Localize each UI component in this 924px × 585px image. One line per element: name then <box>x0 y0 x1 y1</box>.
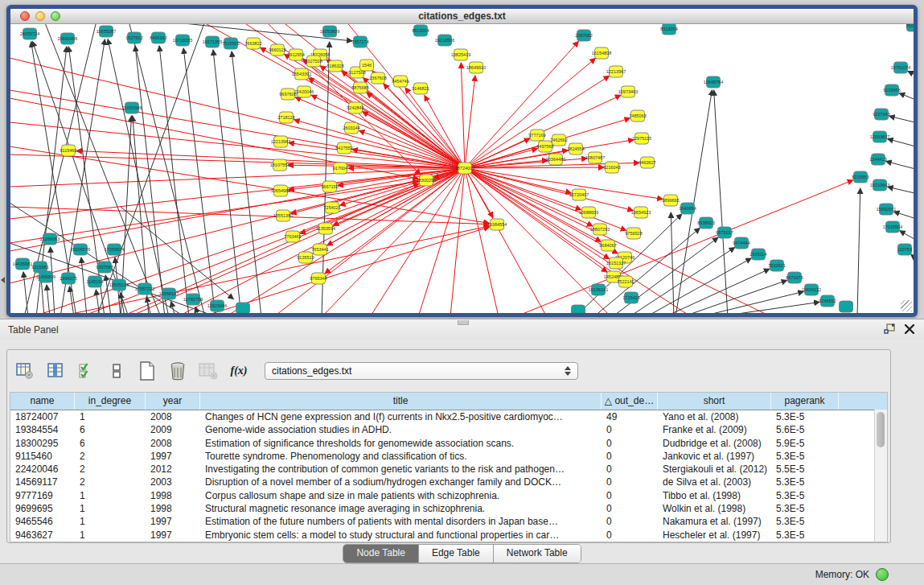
network-node[interactable]: 20206576 <box>71 244 90 255</box>
network-node[interactable]: 1244413 <box>869 154 886 165</box>
network-edge[interactable] <box>129 24 205 313</box>
network-edge[interactable] <box>47 285 50 313</box>
network-node[interactable]: 9777169 <box>528 130 545 141</box>
network-edge[interactable] <box>886 162 914 171</box>
new-table-icon[interactable] <box>136 359 158 383</box>
window-resize-grip[interactable] <box>901 300 912 311</box>
network-node[interactable]: 13505135 <box>109 279 129 290</box>
table-cell[interactable]: 9777169 <box>10 489 75 502</box>
citation-network-graph[interactable]: 1872400776638229660123991295418226058932… <box>10 24 914 313</box>
network-edge[interactable] <box>135 46 165 313</box>
network-node[interactable]: 1527602 <box>125 32 142 43</box>
network-edge[interactable] <box>322 168 465 313</box>
network-node[interactable]: 9135513 <box>297 252 314 263</box>
table-cell[interactable]: Tourette syndrome. Phenomenology and cla… <box>200 450 602 463</box>
column-header[interactable]: title <box>200 393 602 410</box>
network-node[interactable]: 7254021 <box>323 202 340 213</box>
table-cell[interactable]: 19384554 <box>10 423 75 436</box>
network-node[interactable]: 9697606 <box>279 89 296 100</box>
table-cell[interactable]: 5.3E-5 <box>771 529 839 542</box>
splitter-handle[interactable] <box>458 320 469 325</box>
network-edge[interactable] <box>450 168 465 313</box>
table-cell[interactable]: 2009 <box>146 423 200 436</box>
network-edge[interactable] <box>465 168 633 211</box>
network-edge[interactable] <box>699 291 803 313</box>
network-node[interactable]: 1640954 <box>679 203 696 214</box>
table-cell[interactable]: Genome-wide association studies in ADHD. <box>200 423 602 436</box>
table-cell[interactable]: 5.3E-5 <box>771 410 839 423</box>
network-node[interactable]: 9912954 <box>287 49 304 60</box>
network-node[interactable]: 9146821 <box>412 83 429 94</box>
network-node[interactable]: 18300295 <box>417 175 436 186</box>
network-node[interactable]: 18807293 <box>590 224 610 235</box>
table-cell[interactable]: Yano et al. (2008) <box>658 410 771 423</box>
network-node[interactable]: 18649910 <box>466 62 486 73</box>
table-row[interactable]: 2242004622012Investigating the contribut… <box>10 463 887 476</box>
network-edge[interactable] <box>32 168 465 313</box>
network-node[interactable]: 9667150 <box>321 181 338 192</box>
table-cell[interactable]: 5.3E-5 <box>771 515 839 528</box>
tab-edge-table[interactable]: Edge Table <box>419 545 494 562</box>
network-node[interactable]: 9474444 <box>733 237 749 249</box>
table-cell[interactable]: Corpus callosum shape and size in male p… <box>200 489 602 502</box>
network-node[interactable]: 16782759 <box>183 294 203 305</box>
network-node[interactable]: 8215953 <box>852 171 869 183</box>
network-edge[interactable] <box>465 168 663 199</box>
network-edge[interactable] <box>857 188 860 313</box>
table-cell[interactable]: 0 <box>602 476 658 488</box>
table-row[interactable]: 1872400712008Changes of HCN gene express… <box>10 410 887 423</box>
table-cell[interactable]: 0 <box>602 423 658 436</box>
network-node[interactable]: 6216043 <box>603 162 620 173</box>
column-header[interactable]: in_degree <box>75 393 146 410</box>
network-canvas[interactable]: 1872400776638229660123991295418226058932… <box>10 24 914 313</box>
network-node[interactable]: 18724007 <box>455 163 474 174</box>
table-cell[interactable]: 0 <box>602 489 658 502</box>
table-cell[interactable]: 5.9E-5 <box>771 437 839 450</box>
table-cell[interactable]: Wolkin et al. (1998) <box>658 502 771 515</box>
table-cell[interactable]: 18724007 <box>10 410 75 423</box>
network-edge[interactable] <box>232 51 261 313</box>
table-cell[interactable]: Jankovic et al. (1997) <box>658 450 771 463</box>
function-builder-icon[interactable]: f(x) <box>228 359 250 383</box>
network-node[interactable]: 10688609 <box>579 207 598 218</box>
network-node[interactable]: 10654985 <box>271 185 290 196</box>
network-edge[interactable] <box>465 168 607 272</box>
table-cell[interactable]: Disruption of a novel member of a sodium… <box>200 476 602 488</box>
network-node[interactable]: 9129966 <box>883 84 900 96</box>
network-node[interactable]: 14435081 <box>13 258 32 270</box>
table-cell[interactable]: Investigating the contribution of common… <box>200 463 602 476</box>
table-cell[interactable]: 5.6E-5 <box>771 423 839 436</box>
table-cell[interactable]: 0 <box>602 502 658 515</box>
table-selector-dropdown[interactable]: citations_edges.txt <box>265 362 578 380</box>
network-node[interactable]: 9245652 <box>819 295 836 307</box>
table-cell[interactable]: 5.3E-5 <box>771 476 839 488</box>
table-cell[interactable]: 49 <box>602 410 658 423</box>
close-panel-icon[interactable] <box>905 324 914 334</box>
network-edge[interactable] <box>714 90 728 313</box>
column-header[interactable]: short <box>658 393 771 410</box>
network-edge[interactable] <box>171 302 175 313</box>
table-cell[interactable]: Franke et al. (2009) <box>658 423 771 436</box>
table-cell[interactable]: Changes of HCN gene expression and I(f) … <box>200 410 602 423</box>
network-node[interactable]: 12975115 <box>632 133 651 144</box>
table-cell[interactable]: Estimation of significance thresholds fo… <box>200 437 602 450</box>
network-node[interactable]: 7522142 <box>617 276 634 287</box>
network-edge[interactable] <box>465 168 499 313</box>
network-node[interactable]: 8466160 <box>150 32 166 43</box>
table-cell[interactable]: 2 <box>75 463 146 476</box>
network-edge[interactable] <box>465 76 475 168</box>
table-cell[interactable]: 5.3E-5 <box>771 489 839 502</box>
network-node[interactable]: 2087682 <box>575 30 592 41</box>
table-cell[interactable]: 5.3E-5 <box>771 450 839 463</box>
row-height-icon[interactable] <box>105 359 128 383</box>
panel-collapse-arrow-icon[interactable] <box>1 277 5 283</box>
table-cell[interactable]: Structural magnetic resonance image aver… <box>200 502 602 515</box>
network-node[interactable]: 15751074 <box>891 62 910 73</box>
network-node[interactable]: 917004 <box>333 163 347 174</box>
network-node[interactable]: 7763461 <box>284 231 301 242</box>
table-cell[interactable]: 0 <box>602 437 658 450</box>
network-node[interactable]: 8427552 <box>335 142 352 154</box>
table-cell[interactable]: 1 <box>75 502 146 515</box>
table-cell[interactable]: 2008 <box>146 437 200 450</box>
table-cell[interactable]: 2012 <box>146 463 200 476</box>
